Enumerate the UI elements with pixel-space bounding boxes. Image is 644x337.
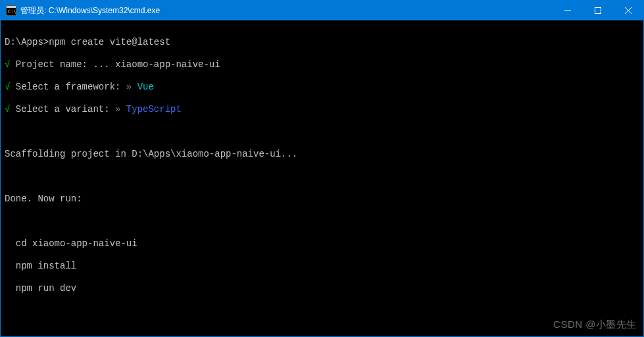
svg-rect-4	[595, 8, 601, 14]
arrow-icon: »	[126, 82, 132, 92]
prompt: D:\Apps>	[5, 37, 49, 47]
variant-label: Select a variant:	[10, 104, 115, 115]
titlebar[interactable]: C:\ 管理员: C:\Windows\System32\cmd.exe	[1, 1, 643, 20]
done-text: Done. Now run:	[5, 194, 82, 204]
svg-text:C:\: C:\	[8, 9, 16, 14]
minimize-button[interactable]	[553, 1, 583, 20]
framework-value: Vue	[137, 82, 154, 92]
window-title: 管理员: C:\Windows\System32\cmd.exe	[20, 5, 160, 16]
project-name-label: Project name: ...	[10, 59, 115, 70]
window-controls	[553, 1, 643, 20]
step-dev: npm run dev	[5, 283, 76, 294]
step-install: npm install	[5, 261, 76, 271]
terminal-output[interactable]: D:\Apps>npm create vite@latest √ Project…	[1, 20, 643, 336]
framework-label: Select a framework:	[10, 82, 126, 92]
cmd-icon: C:\	[6, 5, 16, 16]
command-text: npm create vite@latest	[49, 37, 170, 47]
variant-value: TypeScript	[126, 104, 182, 115]
cmd-window: C:\ 管理员: C:\Windows\System32\cmd.exe D:\…	[0, 0, 644, 337]
project-name-value: xiaomo-app-naive-ui	[115, 59, 220, 70]
svg-rect-1	[7, 6, 16, 8]
maximize-button[interactable]	[583, 1, 613, 20]
close-button[interactable]	[613, 1, 643, 20]
scaffolding-text: Scaffolding project in D:\Apps\xiaomo-ap…	[5, 149, 297, 159]
step-cd: cd xiaomo-app-naive-ui	[5, 238, 137, 249]
